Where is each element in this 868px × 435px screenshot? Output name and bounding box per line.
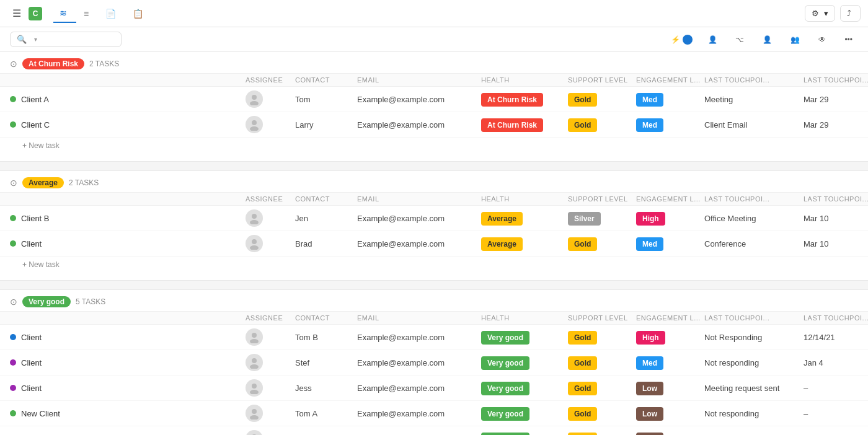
task-count: 2 TASKS [89, 59, 119, 68]
search-dropdown-icon: ▾ [34, 36, 37, 43]
automate-icon: ⚙ [812, 9, 819, 18]
col-headers: ASSIGNEECONTACTEMAILHEALTHSUPPORT LEVELE… [0, 73, 868, 87]
top-nav: ☰ C ≋ ≡ 📄 📋 ⚙ ▾ ⤴ [0, 0, 868, 27]
health-badge: At Churn Risk [481, 118, 543, 132]
avatar-icon [248, 433, 260, 435]
contact-cell: Brad [295, 239, 357, 248]
table-row: Client C Larry Example@example.com At Ch… [0, 112, 868, 138]
assignee-cell [246, 116, 295, 133]
col-header-7: LAST TOUCHPOI... [804, 76, 868, 84]
engagement-badge: Med [636, 356, 663, 370]
task-name-label: Client [21, 239, 42, 248]
table-row: Client Tom B Example@example.com Very go… [0, 325, 868, 350]
task-name-label: Client [21, 333, 42, 342]
search-box[interactable]: 🔍 ▾ [10, 32, 122, 47]
contact-cell: Tom [295, 95, 357, 104]
app-logo: C [29, 7, 46, 20]
table-row: Client A Tom Example@example.com At Chur… [0, 87, 868, 112]
avatar [246, 379, 263, 397]
group-by-btn[interactable]: 👤 [703, 33, 725, 46]
tab-engagement[interactable]: ≋ [53, 4, 76, 23]
col-header-0: ASSIGNEE [246, 76, 295, 84]
engagement-cell: Med [636, 120, 704, 130]
assignees-btn[interactable]: 👥 [785, 32, 808, 47]
email-cell: Example@example.com [357, 95, 481, 104]
col-header-6: LAST TOUCHPOI... [704, 314, 804, 322]
task-name[interactable]: Client B [10, 214, 246, 223]
task-name[interactable]: New Client [10, 409, 246, 418]
add-view-btn[interactable] [154, 10, 166, 17]
me-btn[interactable]: 👤 [757, 32, 780, 47]
touchpoint-cell: Not responding [704, 409, 804, 418]
touchpoint-date-cell: 12/14/21 [804, 333, 868, 342]
contact-cell: Tom A [295, 409, 357, 418]
collapse-btn[interactable]: ⊙ [10, 59, 17, 69]
table-row: Client Brad Example@example.com Average … [0, 231, 868, 257]
task-dot [10, 334, 16, 340]
engagement-badge: Low [636, 382, 663, 395]
health-badge: Very good [481, 433, 529, 436]
col-header-1: CONTACT [295, 76, 357, 84]
health-cell: Average [481, 239, 568, 248]
task-name[interactable]: Client [10, 384, 246, 393]
tab-feedback[interactable]: 📋 [126, 5, 153, 22]
svg-point-5 [250, 220, 259, 224]
avatar-icon [248, 237, 260, 250]
task-dot [10, 385, 16, 391]
share-icon: ⤴ [847, 9, 851, 18]
svg-point-8 [252, 333, 257, 338]
svg-point-3 [250, 126, 259, 131]
col-headers: ASSIGNEECONTACTEMAILHEALTHSUPPORT LEVELE… [0, 192, 868, 206]
toolbar: 🔍 ▾ ⚡ 👤 ⌥ 👤 👥 👁 ••• [0, 27, 868, 52]
avatar-icon [248, 212, 260, 224]
new-task-btn[interactable]: + New task [0, 257, 868, 275]
avatar-icon [248, 118, 260, 131]
assignee-cell [246, 328, 295, 346]
collapse-btn[interactable]: ⊙ [10, 178, 17, 188]
new-task-btn[interactable]: + New task [0, 138, 868, 156]
task-name[interactable]: Client [10, 358, 246, 367]
subtasks-btn[interactable]: ⌥ [730, 32, 752, 47]
touchpoint-date-cell: – [804, 384, 868, 393]
table-row: Client B Jen Example@example.com Average… [0, 206, 868, 231]
col-header-7: LAST TOUCHPOI... [804, 195, 868, 203]
contact-cell: Jess [295, 384, 357, 393]
tab-playbook[interactable]: 📄 [99, 5, 125, 22]
support-badge: Gold [568, 433, 597, 436]
task-name-label: Client A [21, 95, 49, 104]
task-name[interactable]: Client [10, 239, 246, 248]
touchpoint-cell: Conference [704, 239, 804, 248]
task-dot [10, 240, 16, 247]
task-name-label: Client [21, 384, 42, 393]
assignees-icon: 👥 [790, 35, 800, 44]
task-name[interactable]: Client A [10, 95, 246, 104]
collapse-btn[interactable]: ⊙ [10, 297, 17, 307]
task-name[interactable]: Client C [10, 120, 246, 130]
task-name-label: Client [21, 358, 42, 367]
show-btn[interactable]: 👁 [813, 32, 834, 47]
subtasks-icon: ⌥ [735, 35, 744, 44]
section-divider [0, 280, 868, 290]
more-btn[interactable]: ••• [839, 32, 858, 47]
engagement-badge: Med [636, 118, 663, 132]
task-dot [10, 410, 16, 416]
touchpoint-cell: Office Meeting [704, 214, 804, 223]
col-header-2: EMAIL [357, 195, 481, 203]
assignee-cell [246, 90, 295, 108]
hamburger-menu[interactable]: ☰ [7, 5, 26, 22]
section-divider [0, 161, 868, 171]
avatar [246, 235, 263, 252]
engagement-badge: High [636, 212, 665, 226]
tab-renewal[interactable]: ≡ [78, 5, 98, 22]
col-header-6: LAST TOUCHPOI... [704, 195, 804, 203]
share-btn[interactable]: ⤴ [840, 5, 861, 22]
table-row: Test Jessica B Example@example.com Very … [0, 426, 868, 435]
table-row: Client Jess Example@example.com Very goo… [0, 376, 868, 401]
filter-badge [683, 35, 693, 45]
contact-cell: Stef [295, 358, 357, 367]
filter-btn[interactable]: ⚡ [665, 32, 698, 48]
assignee-cell [246, 405, 295, 422]
automate-btn[interactable]: ⚙ ▾ [805, 5, 835, 22]
avatar [246, 116, 263, 133]
task-name[interactable]: Client [10, 333, 246, 342]
